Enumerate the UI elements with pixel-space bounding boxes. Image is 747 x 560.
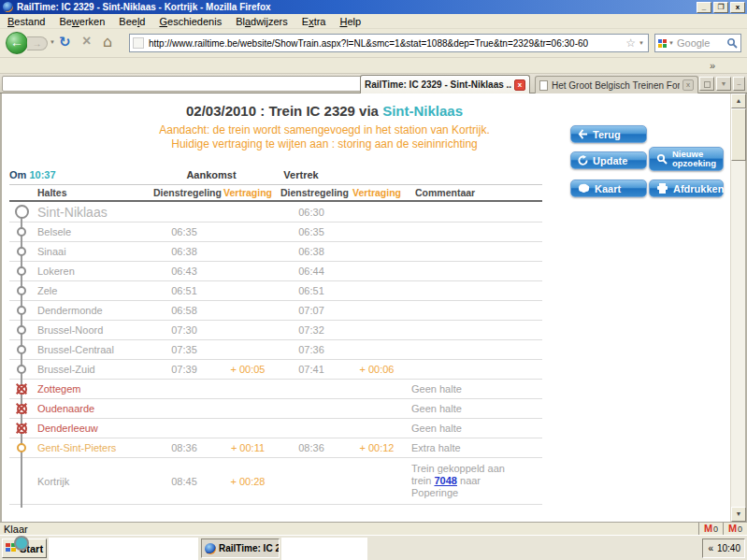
- timeline-stop-cell: [9, 424, 34, 434]
- back-button[interactable]: ←: [6, 32, 28, 54]
- scroll-down-icon[interactable]: ▼: [731, 507, 746, 522]
- station-status-icon: [17, 384, 27, 395]
- home-icon[interactable]: ⌂: [103, 33, 112, 50]
- search-engine-dropdown-icon[interactable]: ▼: [668, 40, 674, 46]
- station-name: Dendermonde: [34, 305, 153, 316]
- departure-schedule: 06:51: [280, 285, 342, 296]
- taskbar-window-button[interactable]: RailTime: IC 2329 - Si...: [201, 538, 280, 558]
- timeline-stop-cell: [9, 365, 34, 374]
- menu-bestand[interactable]: Bestand: [7, 16, 45, 27]
- tab-close-icon[interactable]: x: [514, 79, 525, 91]
- print-button[interactable]: Afdrukken: [649, 179, 724, 197]
- close-button[interactable]: x: [730, 2, 745, 13]
- gmail-notifier-2[interactable]: M 0: [723, 523, 747, 535]
- map-button[interactable]: Kaart: [570, 179, 647, 197]
- menu-extra[interactable]: Extra: [302, 16, 326, 27]
- comment: Geen halte: [411, 401, 542, 417]
- scroll-up-icon[interactable]: ▲: [731, 93, 746, 108]
- col-dienstregeling-dep: Dienstregeling: [280, 187, 342, 198]
- gmail-count: 0: [738, 524, 742, 534]
- restore-button[interactable]: ❐: [713, 2, 728, 13]
- arrival-group-header: Aankomst: [186, 169, 236, 180]
- button-label: Afdrukken: [673, 183, 724, 194]
- toolbar-overflow-icon[interactable]: »: [710, 60, 715, 71]
- update-button[interactable]: Update: [570, 151, 647, 169]
- list-all-tabs-button[interactable]: [699, 77, 714, 91]
- title-bar[interactable]: RailTime: IC 2329 - Sint-Niklaas - Kortr…: [0, 0, 747, 14]
- departure-schedule: 07:32: [280, 324, 342, 336]
- menu-geschiedenis[interactable]: Geschiedenis: [159, 16, 222, 27]
- station-name: Sint-Niklaas: [34, 205, 153, 220]
- menu-bar: BestandBewerkenBeeldGeschiedenisBladwijz…: [0, 14, 747, 29]
- gmail-count: 0: [713, 524, 718, 534]
- new-search-button[interactable]: Nieuweopzoeking: [649, 147, 724, 171]
- search-input[interactable]: Google: [677, 37, 726, 49]
- scrollbar-thumb[interactable]: [731, 108, 746, 161]
- station-status-icon: [17, 424, 27, 434]
- back-page-button[interactable]: Terug: [570, 125, 647, 143]
- table-row: Sint-Niklaas 06:30: [9, 202, 542, 223]
- menu-bewerken[interactable]: Bewerken: [59, 16, 105, 27]
- comment: Geen halte: [411, 381, 542, 397]
- train-link[interactable]: 7048: [434, 475, 456, 486]
- url-bar[interactable]: http://www.railtime.be/website/ShowTrain…: [129, 34, 649, 52]
- bookmarks-toolbar: »: [0, 58, 747, 74]
- departure-schedule: 06:35: [280, 226, 342, 237]
- timeline-stop-cell: [9, 306, 34, 315]
- tab-forum[interactable]: Het Groot Belgisch Treinen Forum • Pl...…: [535, 76, 698, 93]
- departure-schedule: 07:07: [280, 305, 342, 316]
- firefox-icon: [205, 543, 216, 554]
- table-row: Brussel-Centraal 07:35 07:36: [9, 340, 542, 360]
- history-dropdown-icon[interactable]: ▼: [50, 39, 55, 45]
- table-row: Gent-Sint-Pieters 08:36 + 00:11 08:36 + …: [9, 438, 542, 458]
- departure-schedule: 08:36: [280, 442, 342, 453]
- time-value: 10:37: [29, 169, 55, 180]
- minimize-button[interactable]: _: [697, 2, 711, 13]
- bookmark-star-icon[interactable]: ☆: [625, 36, 636, 50]
- comment: Trein gekoppeld aan trein 7048 naar Pope…: [411, 461, 542, 501]
- map-icon: [578, 183, 590, 194]
- button-label: Update: [593, 155, 627, 166]
- table-row: Brussel-Noord 07:30 07:32: [9, 321, 542, 340]
- search-box[interactable]: ▼ Google: [654, 34, 741, 52]
- timeline-stop-cell: [9, 286, 34, 295]
- table-row: Zele 06:51 06:51: [9, 281, 542, 301]
- menu-bladwijzers[interactable]: Bladwijzers: [236, 16, 288, 27]
- menu-beeld[interactable]: Beeld: [119, 16, 145, 27]
- comment: [411, 348, 542, 352]
- menu-help[interactable]: Help: [339, 16, 361, 27]
- tab-close-icon[interactable]: x: [682, 79, 694, 91]
- departure-delay: + 00:06: [342, 364, 411, 375]
- tab-bar: RailTime: IC 2329 - Sint-Niklaas ... x H…: [0, 74, 747, 93]
- forward-button[interactable]: →: [27, 36, 48, 50]
- comment: [411, 289, 542, 293]
- tabbar-empty-box: [2, 76, 363, 92]
- vertical-scrollbar[interactable]: ▲ ▼: [730, 93, 745, 522]
- gmail-notifier-1[interactable]: M 0: [698, 523, 723, 535]
- url-dropdown-icon[interactable]: ▼: [639, 40, 644, 46]
- tab-overflow-button[interactable]: –: [733, 77, 745, 91]
- arrival-schedule: 06:38: [153, 246, 215, 257]
- search-magnifier-icon[interactable]: [726, 37, 740, 49]
- tray-chevron-icon[interactable]: «: [708, 543, 713, 553]
- station-name: Gent-Sint-Pieters: [34, 442, 153, 453]
- tab-scroll-button[interactable]: ▼: [716, 77, 731, 91]
- status-text: Klaar: [0, 524, 698, 535]
- system-tray[interactable]: « 10:40: [702, 538, 745, 558]
- timeline-stop-cell: [9, 325, 34, 335]
- reload-icon[interactable]: ↻: [59, 34, 71, 50]
- tab-railtime[interactable]: RailTime: IC 2329 - Sint-Niklaas ... x: [360, 75, 530, 93]
- table-row: Oudenaarde Geen halte: [9, 399, 542, 419]
- page-title-text: 02/03/2010 : Trein IC 2329 via: [186, 103, 382, 119]
- table-row: Denderleeuw Geen halte: [9, 419, 542, 438]
- departure-delay: + 00:12: [342, 442, 411, 453]
- notice-delay: Huidige vertraging te wijten aan : stori…: [2, 137, 647, 151]
- page-content: 02/03/2010 : Trein IC 2329 via Sint-Nikl…: [0, 93, 747, 522]
- comment: [411, 210, 542, 214]
- url-text[interactable]: http://www.railtime.be/website/ShowTrain…: [149, 38, 622, 49]
- departure-schedule: 07:36: [280, 344, 342, 355]
- departure-schedule: 06:30: [280, 207, 342, 218]
- stop-icon[interactable]: ×: [82, 33, 91, 50]
- arrow-left-icon: [578, 129, 588, 139]
- comment: [411, 230, 542, 234]
